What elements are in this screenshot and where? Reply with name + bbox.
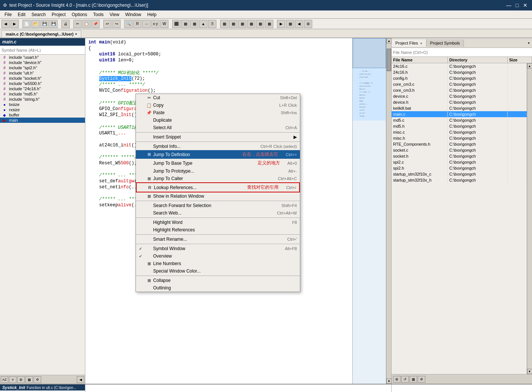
menu-tools[interactable]: Tools (90, 11, 107, 18)
file-row[interactable]: socket.hC:\box\gongch (392, 153, 527, 159)
file-row[interactable]: socket.cC:\box\gongch (392, 147, 527, 153)
scroll-up-arrow[interactable]: ▲ (386, 38, 392, 43)
tb9[interactable]: ▦ (190, 20, 198, 28)
save-all-button[interactable]: 💾 (49, 20, 58, 28)
file-row[interactable]: md5.hC:\box\gongch (392, 123, 527, 129)
bottom-code-preview[interactable]: void Systick_Init (u8 SYSCLK) { SysTick-… (0, 391, 85, 392)
tb10[interactable]: ▲ (199, 20, 207, 28)
project-files-tab[interactable]: Project Files × (392, 39, 426, 47)
file-row[interactable]: misc.hC:\box\gongch (392, 135, 527, 141)
ctx-item-jump-to-caller[interactable]: ⊞Jump To CallerCtrl+Alt+C (136, 175, 300, 182)
project-symbols-tab[interactable]: Project Symbols (426, 39, 464, 47)
main-tab[interactable]: main.c (C:\box\gongcheng\...\User) × (1, 30, 81, 37)
tb17[interactable]: ▦ (265, 20, 273, 28)
close-button[interactable]: ✕ (522, 2, 529, 9)
menu-edit[interactable]: Edit (15, 11, 28, 18)
ctx-item-highlight-refs[interactable]: Highlight References (136, 226, 300, 234)
goto-button[interactable]: → (142, 20, 151, 28)
paste-tb-button[interactable]: 📌 (91, 20, 100, 28)
menu-file[interactable]: File (1, 11, 15, 18)
file-row[interactable]: spi2.hC:\box\gongch (392, 165, 527, 171)
ctx-item-duplicate[interactable]: Duplicate (136, 116, 300, 124)
file-row[interactable]: startup_stm32f10x_hC:\box\gongch (392, 177, 527, 183)
symbol-item[interactable]: #include "ult.h" (0, 70, 85, 76)
symbol-item[interactable]: #include "w5500.h" (0, 81, 85, 86)
settings-button[interactable]: ⚙ (34, 376, 41, 383)
file-row[interactable]: startup_stm32f10x_cC:\box\gongch (392, 171, 527, 177)
tb14[interactable]: ▦ (238, 20, 246, 28)
ctx-item-copy[interactable]: 📋CopyL+R Click (136, 101, 300, 109)
file-row[interactable]: misc.cC:\box\gongch (392, 129, 527, 135)
menu-search[interactable]: Search (28, 11, 49, 18)
tb5[interactable]: x·y (151, 20, 159, 28)
ctx-item-smart-rename[interactable]: Smart Rename...Ctrl+' (136, 235, 300, 243)
tb7[interactable]: ⬛ (172, 20, 180, 28)
tb21[interactable]: ⊞ (304, 20, 312, 28)
tb8[interactable]: ▦ (181, 20, 189, 28)
symbol-item[interactable]: #include "device.h" (0, 60, 85, 65)
ctx-item-symbol-window[interactable]: ✓Symbol WindowAlt+F8 (136, 245, 300, 252)
menu-help[interactable]: Help (144, 11, 159, 18)
tb15[interactable]: ▦ (247, 20, 255, 28)
file-row[interactable]: spi2.cC:\box\gongch (392, 159, 527, 165)
symbol-item[interactable]: #include "string.h" (0, 97, 85, 102)
minimize-button[interactable]: — (505, 2, 513, 9)
ctx-item-collapse[interactable]: ⊞Collapse (136, 277, 300, 284)
tb19[interactable]: ▦ (286, 20, 294, 28)
file-search-input[interactable] (392, 50, 532, 55)
file-row[interactable]: md5.cC:\box\gongch (392, 117, 527, 123)
ctx-item-highlight-word[interactable]: Highlight WordF8 (136, 219, 300, 226)
file-row[interactable]: main.cC:\box\gongch (392, 111, 527, 117)
save-button[interactable]: 💾 (40, 20, 49, 28)
ctx-item-jump-to-def[interactable]: ⊞Jump To Definition右击，点击跳去它Ctrl+= (136, 150, 300, 159)
undo-button[interactable]: ↩ (103, 20, 112, 28)
ctx-item-select-all[interactable]: Select AllCtrl+A (136, 124, 300, 131)
list-button[interactable]: ≡ (9, 376, 16, 383)
project-files-tab-close[interactable]: × (420, 42, 422, 45)
ctx-item-paste[interactable]: 📌PasteShift+Ins (136, 109, 300, 116)
right-scroll-down[interactable]: ▼ (527, 369, 532, 374)
tb16[interactable]: ▦ (256, 20, 264, 28)
symbol-item[interactable]: ▶main (0, 118, 85, 123)
scroll-down-arrow[interactable]: ▼ (386, 379, 392, 384)
ctx-item-line-numbers[interactable]: ⊞Line Numbers (136, 260, 300, 267)
file-row[interactable]: 24c16.cC:\box\gongch (392, 63, 527, 69)
ctx-item-outlining[interactable]: Outlining (136, 284, 300, 292)
ctx-item-special-window[interactable]: Special Window Color... (136, 267, 300, 275)
menu-window[interactable]: Window (122, 11, 145, 18)
right-scrollbar[interactable]: ▲ ▼ (527, 63, 532, 374)
back-button[interactable]: ◀ (1, 20, 10, 28)
ctx-item-jump-to-base[interactable]: Jump To Base Type定义的地方Alt+0 (136, 159, 300, 167)
tb13[interactable]: ▦ (229, 20, 237, 28)
ref-button[interactable]: ▦ (25, 376, 33, 383)
rpt-btn1[interactable]: ⊞ (393, 376, 401, 383)
scroll-thumb[interactable] (387, 49, 391, 71)
ctx-item-lookup-refs[interactable]: RLookup References...查找对它的引用Ctrl+/ (136, 182, 300, 192)
rpt-btn2[interactable]: ↺ (401, 376, 409, 383)
symbol-search-input[interactable] (0, 46, 85, 54)
ctx-item-symbol-info[interactable]: Symbol Info...Ctrl+R Click (select) (136, 143, 300, 150)
symbol-item[interactable]: #include "usart.h" (0, 55, 85, 60)
forward-button[interactable]: ▶ (10, 20, 19, 28)
file-row[interactable]: device.hC:\box\gongch (392, 99, 527, 105)
file-row[interactable]: config.hC:\box\gongch (392, 75, 527, 81)
tab-close-button[interactable]: × (75, 32, 77, 36)
ctx-item-cut[interactable]: ✂CutShift+Del (136, 94, 300, 101)
file-row[interactable]: device.cC:\box\gongch (392, 93, 527, 99)
symbol-item[interactable]: #include "md5.h" (0, 91, 85, 97)
cut-tb-button[interactable]: ✂ (73, 20, 82, 28)
symbol-item[interactable]: ●rxsize (0, 107, 85, 112)
file-row[interactable]: RTE_Components.hC:\box\gongch (392, 141, 527, 147)
ctx-item-search-web[interactable]: Search Web...Ctrl+Alt+W (136, 209, 300, 217)
redo-button[interactable]: ↪ (112, 20, 121, 28)
minimap-viewport[interactable] (353, 38, 386, 68)
panel-dropdown[interactable]: ▾ (526, 41, 532, 45)
symbol-item[interactable]: ●txsize (0, 102, 85, 107)
copy-tb-button[interactable]: 📋 (82, 20, 91, 28)
file-row[interactable]: core_cm3.cC:\box\gongch (392, 81, 527, 87)
ctx-item-overview[interactable]: ✓Overview (136, 252, 300, 260)
print-button[interactable]: 🖨 (61, 20, 70, 28)
ctx-item-search-fwd[interactable]: Search Forward for SelectionShift+F4 (136, 202, 300, 209)
ctx-item-show-relation[interactable]: ⊞Show in Relation Window (136, 192, 300, 200)
new-button[interactable]: 📄 (22, 20, 31, 28)
